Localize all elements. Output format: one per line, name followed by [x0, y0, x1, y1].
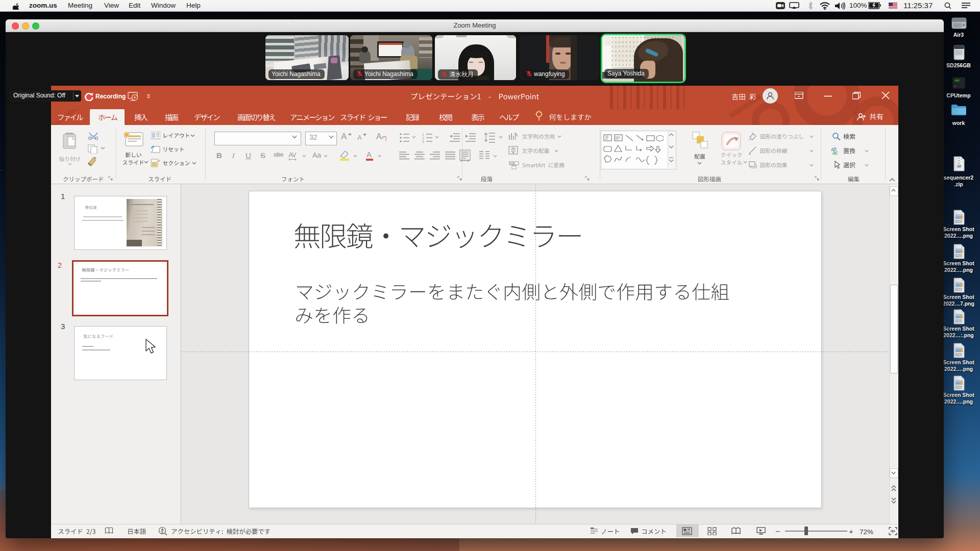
svg-text:PNG: PNG: [957, 220, 962, 223]
svg-text:PNG: PNG: [957, 353, 962, 356]
svg-text:3: 3: [422, 140, 424, 143]
svg-text:1: 1: [422, 133, 424, 136]
svg-text:ARM: ARM: [954, 80, 959, 83]
svg-text:A: A: [376, 132, 382, 141]
svg-text:PNG: PNG: [957, 288, 962, 291]
svg-text:PNG: PNG: [957, 254, 962, 257]
svg-text:PNG: PNG: [957, 319, 962, 322]
svg-text:PNG: PNG: [957, 386, 962, 389]
svg-text:ZIP: ZIP: [958, 165, 961, 168]
svg-text:A: A: [515, 133, 518, 138]
svg-text:ac: ac: [832, 150, 838, 155]
svg-text:2: 2: [422, 136, 424, 140]
